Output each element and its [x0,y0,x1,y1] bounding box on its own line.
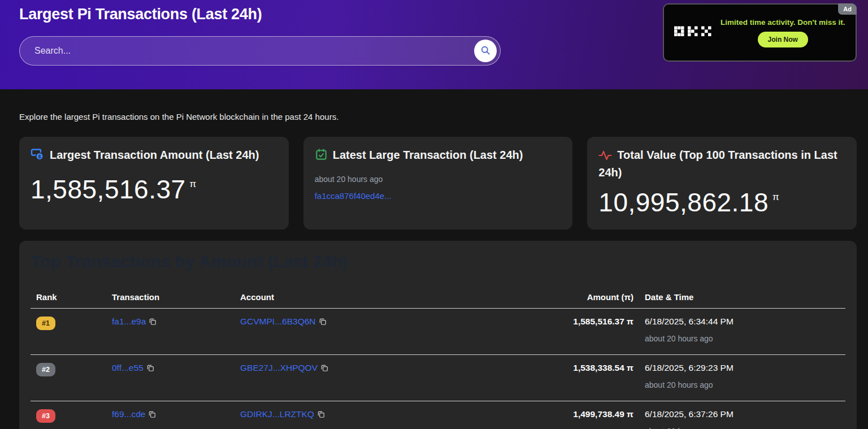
copy-icon[interactable] [149,318,157,327]
copy-icon[interactable] [319,318,327,327]
largest-amount-value: 1,585,516.37π [31,174,277,205]
stat-card-title: Total Value (Top 100 Transactions in Las… [598,148,845,180]
transaction-link[interactable]: 0ff...e55 [112,363,144,372]
column-header-transaction: Transaction [106,287,235,309]
stat-card-title: $ Largest Transaction Amount (Last 24h) [31,148,277,165]
datetime-cell: 6/18/2025, 6:37:26 PMabout 20 hours ago [639,401,845,429]
banknotes-icon: $ [31,149,45,165]
pi-unit: π [190,179,197,189]
search-button[interactable] [474,40,497,62]
ad-join-now-button[interactable]: Join Now [758,32,808,47]
column-header-account: Account [235,287,551,309]
latest-transaction-link[interactable]: fa1cca876f40ed4e... [315,191,562,201]
table-row: #3 f69...cde GDIRKJ...LRZTKQ 1,499,738.4… [31,401,845,429]
activity-icon [598,150,612,165]
search-bar [19,36,501,66]
column-header-datetime: Date & Time [639,287,845,309]
ad-text: Limited time activity. Don't miss it. [721,18,845,27]
svg-text:$: $ [38,154,41,159]
rank-badge: #3 [36,409,55,423]
column-header-amount: Amount (π) [551,287,639,309]
datetime-cell: 6/18/2025, 6:29:23 PMabout 20 hours ago [639,355,845,401]
amount-value: 1,538,338.54 π [551,355,639,401]
account-link[interactable]: GBE27J...XHPQOV [240,363,318,372]
calendar-check-icon [315,148,328,165]
stats-row: $ Largest Transaction Amount (Last 24h) … [19,137,857,229]
search-input[interactable] [20,46,474,56]
time-ago: about 20 hours ago [645,427,840,429]
transactions-table-card: Top Transactions by Amount (Last 24h) Ra… [19,241,857,429]
account-link[interactable]: GCVMPI...6B3Q6N [240,317,316,326]
account-link[interactable]: GDIRKJ...LRZTKQ [240,409,314,419]
intro-text: Explore the largest Pi transactions on t… [19,112,857,122]
transactions-table: Rank Transaction Account Amount (π) Date… [31,287,845,429]
time-ago: about 20 hours ago [645,380,840,389]
transaction-link[interactable]: fa1...e9a [112,317,146,326]
stat-card-largest-amount: $ Largest Transaction Amount (Last 24h) … [19,137,289,229]
time-ago: about 20 hours ago [645,334,840,343]
rank-badge: #1 [36,317,55,330]
column-header-rank: Rank [31,287,106,309]
page-header: Largest Pi Transactions (Last 24h) Ad [0,0,868,89]
stat-card-title: Latest Large Transaction (Last 24h) [315,148,562,165]
main-content: Explore the largest Pi transactions on t… [0,112,868,429]
datetime-cell: 6/18/2025, 6:34:44 PMabout 20 hours ago [639,309,845,355]
amount-value: 1,499,738.49 π [551,401,639,429]
pi-unit: π [772,192,779,202]
search-icon [480,45,491,58]
total-value: 10,995,862.18π [598,187,845,218]
table-row: #2 0ff...e55 GBE27J...XHPQOV 1,538,338.5… [31,355,845,401]
copy-icon[interactable] [148,410,156,420]
transaction-link[interactable]: f69...cde [112,409,145,419]
table-row: #1 fa1...e9a GCVMPI...6B3Q6N 1,585,516.3… [31,309,845,355]
stat-card-latest-transaction: Latest Large Transaction (Last 24h) abou… [303,137,573,229]
stat-card-total-value: Total Value (Top 100 Transactions in Las… [587,137,857,229]
copy-icon[interactable] [146,364,154,374]
table-title: Top Transactions by Amount (Last 24h) [31,252,845,271]
latest-transaction-time: about 20 hours ago [315,175,562,184]
rank-badge: #2 [36,363,55,376]
copy-icon[interactable] [317,410,325,420]
amount-value: 1,585,516.37 π [551,309,639,355]
copy-icon[interactable] [320,364,328,374]
okx-logo [674,26,711,39]
ad-label: Ad [838,3,857,15]
ad-banner[interactable]: Ad Limited time activity. Don't miss it.… [663,3,857,62]
